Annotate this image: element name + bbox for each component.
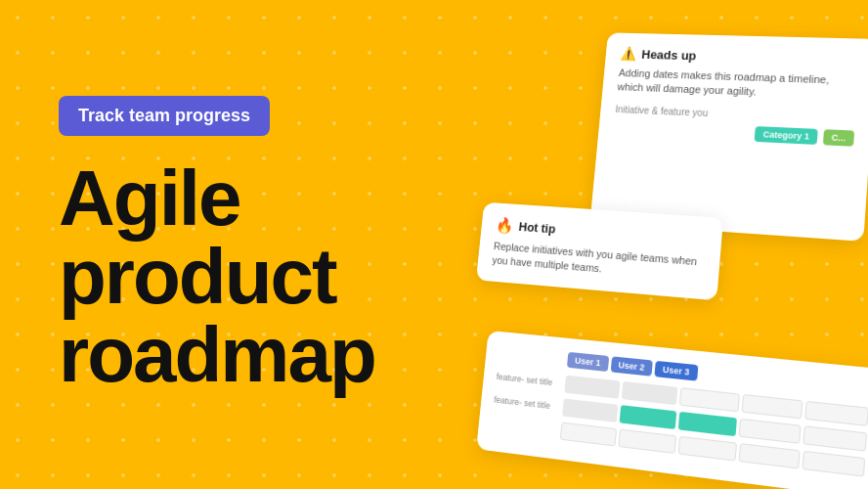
grid-cell xyxy=(614,143,616,163)
warning-icon: ⚠️ xyxy=(620,46,636,62)
title-line1: Agile xyxy=(59,159,375,238)
grid-cell xyxy=(612,166,614,187)
track-progress-badge: Track team progress xyxy=(59,96,270,136)
grid-cell xyxy=(606,189,608,209)
grid-cell xyxy=(610,142,612,162)
grid-col2 xyxy=(610,143,616,210)
feat-cell xyxy=(679,387,740,412)
feat-cell xyxy=(560,422,617,447)
hot-tip-card: 🔥 Hot tip Replace initiatives with you a… xyxy=(476,202,723,300)
feat-cell xyxy=(620,405,677,429)
content-area: Track team progress Agile product roadma… xyxy=(0,0,868,489)
heads-up-body: Adding dates makes this roadmap a timeli… xyxy=(617,67,858,105)
fire-icon: 🔥 xyxy=(495,216,514,235)
user1-badge: User 1 xyxy=(567,352,609,372)
title-line2: product xyxy=(59,238,375,316)
feat-cell xyxy=(677,436,737,462)
heads-up-card: ⚠️ Heads up Adding dates makes this road… xyxy=(590,32,868,241)
feat-cell xyxy=(741,394,803,420)
feat-cell xyxy=(805,401,868,426)
feature-label-3 xyxy=(492,422,555,430)
feat-cell xyxy=(803,425,867,452)
feature-label-2: feature- set title xyxy=(494,395,558,412)
user3-badge: User 3 xyxy=(654,361,698,381)
user2-badge: User 2 xyxy=(610,356,653,376)
title-line3: roadmap xyxy=(59,316,375,394)
category2-badge: C... xyxy=(823,129,854,147)
right-panel: ⚠️ Heads up Adding dates makes this road… xyxy=(458,22,868,489)
feature-label-1: feature- set title xyxy=(496,372,560,388)
feat-cell xyxy=(678,412,737,436)
grid-cell xyxy=(610,190,612,210)
feat-cell xyxy=(739,419,802,444)
feat-cell xyxy=(564,376,620,399)
left-panel: Track team progress Agile product roadma… xyxy=(59,96,375,394)
feat-cell xyxy=(618,429,676,454)
feat-cell xyxy=(739,443,801,468)
category1-badge: Category 1 xyxy=(755,126,818,145)
main-title: Agile product roadmap xyxy=(59,159,375,394)
roadmap-grid: User 1 User 2 User 3 feature- set title xyxy=(476,331,868,489)
category-row: Category 1 C... xyxy=(613,119,854,146)
feat-cell xyxy=(803,451,866,477)
feat-cell xyxy=(562,399,618,422)
grid-col1 xyxy=(606,142,613,209)
grid-cell xyxy=(608,165,610,186)
feat-cell xyxy=(621,381,677,405)
heads-up-title: ⚠️ Heads up xyxy=(620,46,860,68)
